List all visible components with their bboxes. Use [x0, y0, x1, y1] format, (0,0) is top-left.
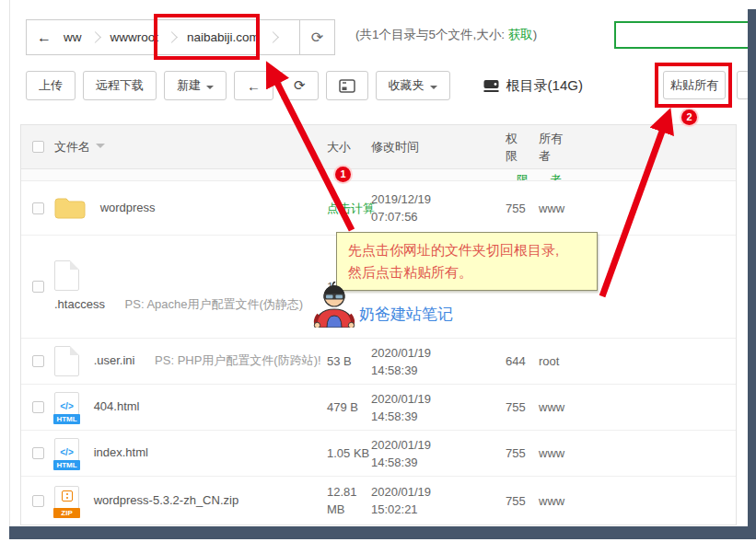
clipped-green-text: 限	[517, 172, 529, 181]
folder-icon	[54, 196, 86, 221]
file-mtime: 2020/01/19 15:02:21	[371, 483, 506, 518]
breadcrumb-item-wwwroot[interactable]: wwwroot	[109, 30, 161, 44]
table-header: 文件名 大小 修改时间 权 限 所有 者	[21, 125, 736, 169]
row-checkbox[interactable]	[32, 202, 44, 214]
file-name[interactable]: .user.ini	[94, 353, 135, 367]
file-mtime: 2020/01/19 14:58:39	[371, 436, 506, 471]
clipped-green-text: 者	[550, 172, 562, 181]
instruction-tooltip: 先点击你网址的文件夹切回根目录, 然后点击粘贴所有。	[336, 232, 598, 291]
row-checkbox[interactable]	[32, 401, 44, 413]
file-name[interactable]: index.html	[94, 445, 148, 459]
header-perm[interactable]: 权 限	[506, 130, 539, 165]
refresh-button[interactable]: ⟳	[281, 71, 319, 100]
file-owner: root	[539, 352, 594, 370]
file-mtime: 2019/12/19 07:07:56	[371, 190, 506, 225]
get-size-link[interactable]: 获取	[508, 28, 533, 41]
row-checkbox[interactable]	[32, 281, 44, 293]
row-checkbox[interactable]	[32, 447, 44, 459]
file-owner: www	[539, 200, 594, 217]
search-input[interactable]	[614, 21, 752, 49]
upload-button[interactable]: 上传	[26, 71, 76, 100]
breadcrumb: ← ww wwwroot naibabiji.com ⟳	[26, 19, 335, 55]
file-perm: 755	[506, 444, 539, 462]
chevron-down-icon	[430, 86, 437, 93]
html-file-icon: </>HTML	[54, 392, 79, 422]
chevron-right-icon	[89, 31, 101, 43]
header-owner[interactable]: 所有 者	[539, 130, 594, 165]
file-owner: www	[539, 444, 594, 462]
watermark-text[interactable]: 奶爸建站笔记	[359, 304, 453, 325]
header-filename[interactable]: 文件名	[54, 138, 327, 156]
file-name[interactable]: .htaccess	[54, 297, 105, 311]
sort-caret-icon	[96, 144, 105, 153]
header-mtime[interactable]: 修改时间	[371, 138, 506, 156]
clipped-row-strip: 限 者	[21, 169, 736, 181]
select-all-checkbox[interactable]	[32, 141, 44, 153]
file-icon	[54, 260, 79, 291]
file-owner: www	[539, 492, 594, 510]
html-file-icon: </>HTML	[54, 438, 79, 468]
window-right-edge	[748, 9, 756, 539]
file-note: PS: Apache用户配置文件(伪静态)	[125, 297, 304, 311]
step-2-badge: 2	[681, 110, 697, 125]
row-checkbox[interactable]	[32, 355, 44, 367]
directory-summary: (共1个目录与5个文件,大小: 获取)	[355, 27, 537, 43]
chevron-down-icon	[206, 86, 214, 93]
file-size: 479 B	[327, 398, 371, 416]
chevron-right-icon	[267, 31, 279, 43]
file-owner: www	[539, 398, 594, 416]
file-mtime: 2020/01/19 14:58:39	[371, 344, 506, 379]
watermark-avatar-icon	[313, 282, 355, 331]
file-size: 53 B	[327, 352, 371, 370]
file-mtime: 2020/01/19 14:58:39	[371, 390, 506, 425]
file-name[interactable]: wordpress	[100, 200, 156, 213]
new-menu-button[interactable]: 新建	[164, 71, 227, 100]
table-row-404[interactable]: </>HTML 404.html 479 B 2020/01/19 14:58:…	[21, 385, 736, 431]
refresh-icon[interactable]: ⟳	[299, 20, 334, 54]
file-manager-window: ← ww wwwroot naibabiji.com ⟳ (共1个目录与5个文件…	[0, 0, 756, 542]
table-row-userini[interactable]: .user.ini PS: PHP用户配置文件(防跨站)! 53 B 2020/…	[21, 339, 736, 385]
header-size[interactable]: 大小	[327, 138, 371, 156]
row-checkbox[interactable]	[32, 495, 44, 507]
summary-suffix: )	[533, 28, 538, 41]
file-perm: 755	[506, 398, 539, 416]
remote-download-button[interactable]: 远程下载	[83, 71, 157, 100]
toolbar: 上传 远程下载 新建 ← ⟳ 收藏夹 根目录(14G)	[26, 71, 583, 100]
chevron-right-icon	[166, 31, 178, 43]
file-name[interactable]: wordpress-5.3.2-zh_CN.zip	[94, 492, 239, 506]
table-row-index[interactable]: </>HTML index.html 1.05 KB 2020/01/19 14…	[21, 431, 736, 477]
file-perm: 644	[506, 352, 539, 370]
paste-all-button[interactable]: 粘贴所有	[663, 71, 726, 99]
breadcrumb-item-ww[interactable]: ww	[62, 30, 84, 44]
file-size: 1.05 KB	[327, 444, 371, 462]
file-perm: 755	[506, 492, 539, 510]
step-1-badge: 1	[335, 167, 351, 182]
file-name[interactable]: 404.html	[94, 399, 140, 413]
summary-text: (共1个目录与5个文件,大小:	[355, 28, 508, 41]
file-perm: 755	[506, 200, 539, 217]
favorites-button[interactable]: 收藏夹	[376, 71, 450, 100]
file-icon	[54, 346, 79, 376]
back-button[interactable]: ←	[234, 71, 273, 100]
size-calc-link[interactable]: 点击计算	[327, 202, 375, 215]
window-left-border	[9, 0, 10, 527]
file-size: 12.81 MB	[327, 483, 371, 518]
back-icon[interactable]: ←	[27, 29, 62, 46]
file-table: 文件名 大小 修改时间 权 限 所有 者 限 者 wordpress 点击计算 …	[20, 124, 737, 525]
window-bottom-edge	[9, 526, 756, 539]
zip-file-icon: ZIP	[54, 486, 79, 516]
table-row-wordpress[interactable]: wordpress 点击计算 2019/12/19 07:07:56 755 w…	[21, 181, 736, 236]
root-directory-label: 根目录(14G)	[483, 77, 583, 95]
disk-icon	[483, 79, 499, 93]
terminal-icon	[339, 79, 355, 93]
file-note: PS: PHP用户配置文件(防跨站)!	[155, 353, 321, 367]
terminal-button[interactable]	[326, 71, 368, 100]
breadcrumb-item-naibabiji[interactable]: naibabiji.com	[185, 30, 262, 44]
table-row-zip[interactable]: ZIP wordpress-5.3.2-zh_CN.zip 12.81 MB 2…	[21, 477, 736, 525]
